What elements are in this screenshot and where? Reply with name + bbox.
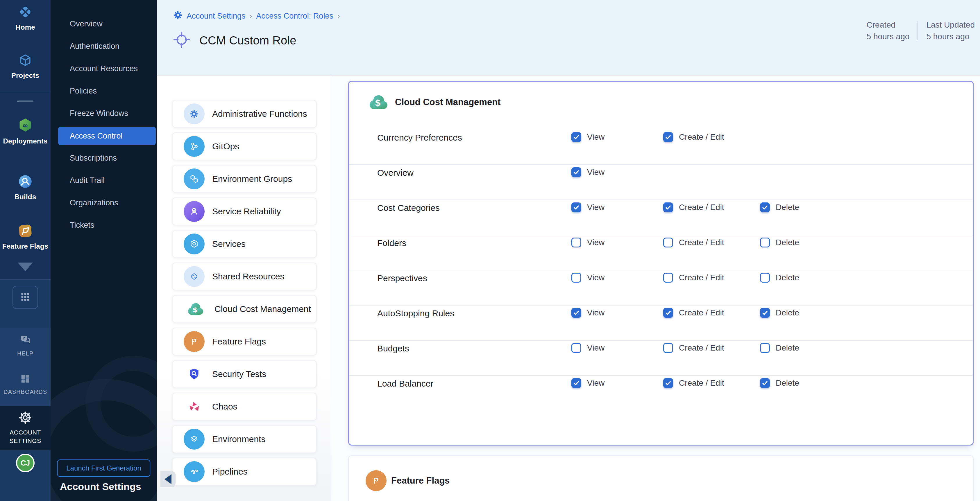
sidebar-item-audit-trail[interactable]: Audit Trail — [51, 169, 157, 192]
role-target-icon — [172, 30, 191, 51]
module-rail: Home Projects ∞ Deployments Builds Featu… — [0, 0, 51, 501]
feature-flags-icon — [18, 223, 33, 240]
module-card-label: Feature Flags — [212, 337, 266, 347]
projects-icon — [18, 53, 33, 69]
resource-label: Overview — [377, 167, 571, 178]
checkbox-perspectives-create-edit[interactable] — [663, 273, 673, 282]
checkbox-cost-categories-delete[interactable] — [760, 203, 770, 212]
sidebar-item-overview[interactable]: Overview — [51, 13, 157, 35]
checkbox-load-balancer-create-edit[interactable] — [663, 378, 673, 388]
module-picker-button[interactable] — [13, 286, 38, 309]
dashboards-icon — [19, 373, 32, 386]
cloud-cost-management-icon: $ — [366, 92, 390, 113]
checkbox-load-balancer-view[interactable] — [571, 378, 581, 388]
permission-cell: View — [571, 378, 663, 388]
module-card-label: GitOps — [212, 141, 239, 151]
rail-divider — [0, 279, 51, 280]
rail-item-label: ACCOUNTSETTINGS — [9, 428, 41, 445]
module-card-services[interactable]: Services — [172, 230, 317, 258]
rail-item-profile[interactable]: CJ — [0, 453, 51, 472]
checkbox-budgets-view[interactable] — [571, 343, 581, 353]
checkbox-label: Delete — [776, 343, 799, 353]
checkbox-load-balancer-delete[interactable] — [760, 378, 770, 388]
checkbox-overview-view[interactable] — [571, 167, 581, 177]
breadcrumb-link-access-control-roles[interactable]: Access Control: Roles — [256, 12, 333, 21]
checkbox-autostopping-rules-create-edit[interactable] — [663, 308, 673, 318]
sidebar-item-tickets[interactable]: Tickets — [51, 214, 157, 236]
permission-row-autostopping-rules: AutoStopping RulesViewCreate / EditDelet… — [349, 306, 973, 341]
checkbox-autostopping-rules-delete[interactable] — [760, 308, 770, 318]
rail-item-projects[interactable]: Projects — [0, 53, 51, 79]
avatar[interactable]: CJ — [16, 453, 35, 472]
rail-item-help[interactable]: ? HELP — [0, 333, 51, 357]
rail-more-modules-chevron[interactable] — [0, 263, 51, 271]
module-card-security-tests[interactable]: Security Tests — [172, 360, 317, 388]
sidebar-item-account-resources[interactable]: Account Resources — [51, 57, 157, 80]
checkbox-cost-categories-view[interactable] — [571, 203, 581, 212]
breadcrumb-separator: › — [250, 12, 252, 21]
administrative-functions-icon — [184, 103, 205, 124]
cloud-cost-management-icon: $ — [184, 300, 207, 318]
sidebar-item-policies[interactable]: Policies — [51, 80, 157, 102]
environments-icon — [184, 429, 205, 450]
rail-item-account-settings[interactable]: ACCOUNTSETTINGS — [0, 411, 51, 445]
rail-dash-divider — [17, 100, 33, 102]
last-updated-label: Last Updated — [926, 20, 975, 30]
rail-item-deployments[interactable]: ∞ Deployments — [0, 117, 51, 145]
module-card-cloud-cost-management[interactable]: $Cloud Cost Management — [172, 295, 317, 323]
sidebar-item-authentication[interactable]: Authentication — [51, 35, 157, 57]
checkbox-folders-create-edit[interactable] — [663, 238, 673, 247]
module-card-label: Pipelines — [212, 467, 248, 477]
permission-cell: View — [571, 132, 663, 142]
checkbox-currency-preferences-create-edit[interactable] — [663, 132, 673, 142]
sidebar-collapse-button[interactable] — [161, 471, 175, 487]
module-card-environments[interactable]: Environments — [172, 425, 317, 453]
checkbox-budgets-delete[interactable] — [760, 343, 770, 353]
services-icon — [184, 233, 205, 254]
permission-cell: Create / Edit — [663, 378, 760, 388]
module-card-shared-resources[interactable]: Shared Resources — [172, 263, 317, 290]
shared-resources-icon — [184, 266, 205, 287]
permission-cell: View — [571, 238, 663, 247]
module-card-chaos[interactable]: Chaos — [172, 393, 317, 420]
rail-item-home[interactable]: Home — [0, 4, 51, 32]
checkbox-currency-preferences-view[interactable] — [571, 132, 581, 142]
sidebar-item-organizations[interactable]: Organizations — [51, 192, 157, 214]
breadcrumb-link-account-settings[interactable]: Account Settings — [186, 12, 246, 21]
rail-item-dashboards[interactable]: DASHBOARDS — [0, 373, 51, 395]
checkbox-autostopping-rules-view[interactable] — [571, 308, 581, 318]
sidebar-footer-title: Account Settings — [60, 481, 141, 492]
checkbox-folders-delete[interactable] — [760, 238, 770, 247]
checkbox-label: View — [587, 308, 605, 317]
checkbox-budgets-create-edit[interactable] — [663, 343, 673, 353]
permission-row-folders: FoldersViewCreate / EditDelete — [349, 235, 973, 270]
module-card-label: Security Tests — [212, 369, 266, 379]
module-card-administrative-functions[interactable]: Administrative Functions — [172, 100, 317, 128]
page-title: CCM Custom Role — [199, 34, 296, 47]
module-card-feature-flags[interactable]: Feature Flags — [172, 328, 317, 355]
created-label: Created — [867, 20, 910, 30]
checkbox-perspectives-delete[interactable] — [760, 273, 770, 282]
rail-item-label: Feature Flags — [2, 242, 49, 251]
resource-label: Cost Categories — [377, 203, 571, 213]
checkbox-folders-view[interactable] — [571, 238, 581, 247]
module-card-gitops[interactable]: GitOps — [172, 132, 317, 160]
rail-item-feature-flags[interactable]: Feature Flags — [0, 223, 51, 251]
launch-first-generation-button[interactable]: Launch First Generation — [57, 460, 150, 477]
module-card-service-reliability[interactable]: Service Reliability — [172, 198, 317, 225]
security-tests-icon — [184, 364, 205, 385]
sidebar-item-freeze-windows[interactable]: Freeze Windows — [51, 102, 157, 125]
rail-item-label: Home — [15, 23, 35, 32]
resource-label: Folders — [377, 238, 571, 248]
checkbox-perspectives-view[interactable] — [571, 273, 581, 282]
gitops-icon — [184, 136, 205, 157]
permission-cell: Create / Edit — [663, 203, 760, 212]
module-card-environment-groups[interactable]: Environment Groups — [172, 165, 317, 193]
builds-icon — [18, 174, 33, 190]
rail-divider — [0, 92, 51, 92]
module-card-pipelines[interactable]: Pipelines — [172, 458, 317, 486]
checkbox-cost-categories-create-edit[interactable] — [663, 203, 673, 212]
rail-item-builds[interactable]: Builds — [0, 174, 51, 201]
sidebar-item-access-control[interactable]: Access Control — [58, 127, 156, 145]
sidebar-item-subscriptions[interactable]: Subscriptions — [51, 147, 157, 169]
